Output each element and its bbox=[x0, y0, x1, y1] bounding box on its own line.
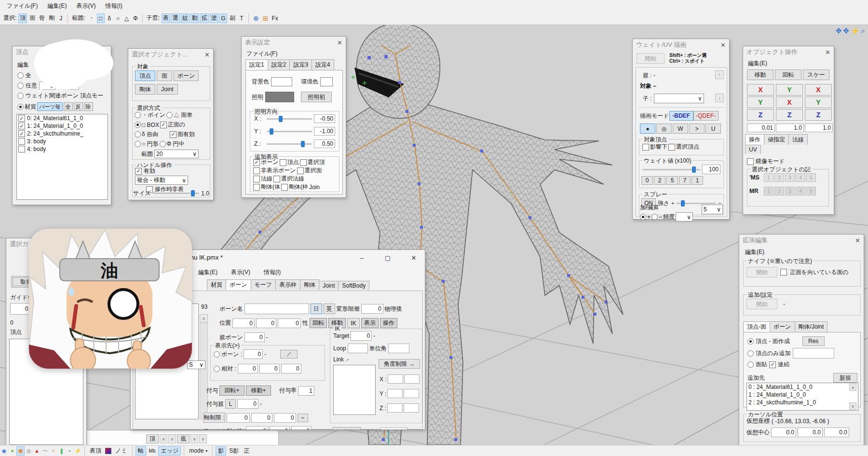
all-button[interactable]: 全 bbox=[64, 102, 73, 111]
local-x2-input[interactable]: 0 bbox=[270, 426, 290, 430]
angle-y2-input[interactable] bbox=[404, 389, 419, 398]
continuous-checkbox[interactable]: ✓ bbox=[769, 361, 776, 368]
range-triangle-button[interactable]: △ bbox=[123, 14, 131, 23]
target-blue-icon[interactable]: ◉ bbox=[0, 446, 8, 456]
sel-vertex-checkbox[interactable] bbox=[300, 159, 307, 166]
subwin-texture-button[interactable]: 紋 bbox=[181, 14, 190, 23]
tab-normal[interactable]: 法線 bbox=[788, 134, 808, 145]
grant-rate-input[interactable]: 1 bbox=[298, 386, 314, 396]
zoom-icon[interactable]: ⌕ bbox=[861, 27, 865, 35]
radio-any[interactable] bbox=[17, 83, 24, 89]
scroll-up-button[interactable]: ∧ bbox=[849, 384, 856, 391]
chevron-down-icon[interactable]: ∨ bbox=[182, 177, 186, 184]
ik-target-input[interactable]: 0 bbox=[351, 331, 372, 341]
quick-25-button[interactable]: 2 bbox=[654, 176, 665, 185]
tab-settings1[interactable]: 設定1 bbox=[245, 59, 268, 70]
subwin-motion-button[interactable]: 動 bbox=[190, 14, 199, 23]
axis-z-input[interactable]: 0 bbox=[274, 413, 296, 423]
triangle-red-icon[interactable]: ▲ bbox=[33, 446, 41, 456]
move-step-input[interactable]: 0.01 bbox=[747, 124, 775, 132]
light-x-slider[interactable] bbox=[267, 118, 312, 120]
checkbox[interactable]: ✓ bbox=[18, 115, 25, 122]
quick-75-button[interactable]: 7 bbox=[679, 176, 691, 185]
qdef-button[interactable]: -QDEF- bbox=[693, 111, 719, 121]
env-color-swatch[interactable] bbox=[320, 77, 333, 86]
wave-icon[interactable]: 〜 bbox=[41, 446, 49, 456]
tilde-button[interactable]: ~ bbox=[298, 414, 308, 422]
range-free-button[interactable]: δ bbox=[106, 14, 113, 23]
axis-button[interactable]: Z bbox=[747, 109, 774, 121]
range-box-button[interactable]: □ bbox=[97, 14, 105, 23]
checkbox[interactable] bbox=[18, 146, 25, 152]
menu-info[interactable]: 情報(I) bbox=[100, 2, 127, 10]
light-init-button[interactable]: 照明初 bbox=[301, 92, 332, 102]
pos-x-input[interactable]: 0 bbox=[232, 318, 255, 328]
range-combo[interactable]: 20∨ bbox=[154, 150, 199, 158]
light-y-value[interactable]: -1.00 bbox=[314, 127, 335, 136]
list-bottom-button[interactable]: 底 bbox=[177, 434, 190, 443]
close-icon[interactable]: ✕ bbox=[720, 42, 726, 48]
res-button[interactable]: Res bbox=[802, 336, 825, 346]
pmx-menu-view[interactable]: 表示(V) bbox=[231, 268, 250, 276]
light-y-slider[interactable] bbox=[267, 131, 312, 132]
shadow-toggle-button[interactable]: 影 bbox=[216, 446, 226, 456]
tab-settings2[interactable]: 設定2 bbox=[268, 59, 290, 70]
scroll-up-button[interactable]: ∧ bbox=[200, 314, 208, 322]
flag-rotate-button[interactable]: 回転 bbox=[310, 318, 327, 328]
create-face-radio[interactable] bbox=[747, 338, 754, 345]
slider-thumb[interactable] bbox=[692, 166, 696, 173]
light-x-value[interactable]: -0.50 bbox=[314, 114, 335, 123]
subwin-sub-button[interactable]: 副 bbox=[228, 14, 237, 23]
bolt-yellow-icon[interactable]: ⚡ bbox=[74, 446, 82, 456]
panel-titlebar[interactable]: オブジェクト操作 ✕ bbox=[743, 46, 834, 58]
ms-5-button[interactable]: 5 bbox=[806, 173, 816, 182]
bg-color-swatch[interactable] bbox=[271, 77, 292, 86]
axis-button[interactable]: X bbox=[776, 97, 803, 108]
quick-100-button[interactable]: 1 bbox=[692, 176, 703, 185]
panel-titlebar[interactable]: 選択オブジェクト... ✕ bbox=[128, 49, 213, 60]
pmx-menu-edit[interactable]: 編集(E) bbox=[198, 268, 217, 276]
local-x3-input[interactable]: 0 bbox=[291, 426, 312, 430]
ms-2-button[interactable]: 2 bbox=[774, 173, 784, 182]
parent-bone-input[interactable]: 0 bbox=[244, 332, 265, 342]
axis-button[interactable]: Z bbox=[805, 109, 832, 121]
checkbox[interactable] bbox=[18, 138, 25, 145]
edit-menu[interactable]: 編集(E) bbox=[745, 248, 764, 256]
dest-offset-radio[interactable] bbox=[214, 366, 220, 372]
tab-value[interactable]: 値指定 bbox=[764, 134, 789, 145]
size-slider[interactable] bbox=[153, 193, 199, 194]
addset-start-button[interactable]: 開始 bbox=[746, 299, 777, 309]
offset-y-input[interactable]: 0 bbox=[259, 364, 280, 373]
select-face-button[interactable]: 面 bbox=[28, 14, 37, 23]
chevron-down-icon[interactable]: ∨ bbox=[687, 214, 691, 221]
external-parent-button[interactable]: 外部親 bbox=[333, 427, 361, 430]
tab-uv[interactable]: UV bbox=[745, 145, 761, 154]
selected-vertex-checkbox[interactable] bbox=[668, 144, 675, 151]
mr-5-button[interactable]: 5 bbox=[806, 187, 816, 195]
bdef-button[interactable]: -BDEF bbox=[669, 111, 693, 121]
target-bone-button[interactable]: ボーン bbox=[174, 70, 199, 81]
menu-view[interactable]: 表示(V) bbox=[71, 2, 100, 10]
tab-settings4[interactable]: 設定4 bbox=[312, 59, 334, 70]
menu-file[interactable]: ファイル(F) bbox=[2, 2, 42, 10]
front-face-checkbox[interactable] bbox=[780, 269, 787, 276]
ms-1-button[interactable]: 1 bbox=[764, 173, 773, 182]
weight-slider[interactable] bbox=[642, 169, 700, 170]
slider-thumb[interactable] bbox=[191, 190, 195, 196]
spray-size-combo[interactable]: 5∨ bbox=[702, 205, 723, 214]
slider-thumb[interactable] bbox=[270, 128, 273, 135]
edit-menu[interactable]: 編集 bbox=[17, 61, 29, 69]
local-x1-input[interactable]: 0 bbox=[246, 426, 268, 430]
target-rigid-button[interactable]: 剛体 bbox=[135, 84, 155, 95]
checkbox[interactable]: ✓ bbox=[18, 123, 25, 129]
hidden-bone-checkbox[interactable] bbox=[253, 167, 260, 174]
close-icon[interactable]: ✕ bbox=[855, 237, 860, 244]
square-orange-icon[interactable]: ▣ bbox=[16, 446, 25, 456]
mr-3-button[interactable]: 3 bbox=[785, 187, 795, 195]
quick-50-button[interactable]: 5 bbox=[666, 176, 678, 185]
edit-menu[interactable]: 編集(E) bbox=[748, 59, 767, 68]
axis-y-input[interactable]: 0 bbox=[251, 413, 272, 423]
strength-slider[interactable] bbox=[676, 203, 716, 204]
capsule-green-icon[interactable]: ❚ bbox=[57, 446, 66, 456]
tab-material[interactable]: 材質 bbox=[207, 279, 226, 290]
